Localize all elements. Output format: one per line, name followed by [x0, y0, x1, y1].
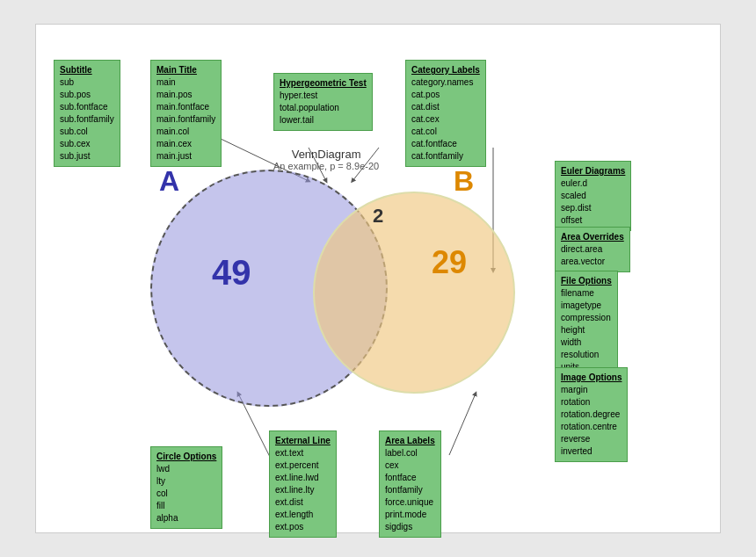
file-options-box-items: filenameimagetypecompressionheightwidthr…: [561, 287, 612, 373]
number-left: 49: [212, 253, 251, 293]
label-a: A: [159, 165, 179, 198]
circle-b: [313, 192, 515, 394]
hypergeometric-box-title: Hypergeometric Test: [280, 77, 367, 90]
external-line-box: External Line ext.textext.percentext.lin…: [269, 430, 337, 538]
image-options-box-items: marginrotationrotation.degreerotation.ce…: [561, 384, 622, 458]
main-title-box-items: mainmain.posmain.fontfacemain.fontfamily…: [156, 76, 215, 163]
circle-options-box-title: Circle Options: [156, 451, 216, 463]
external-line-box-title: External Line: [275, 435, 331, 447]
subtitle-box: Subtitle subsub.possub.fontfacesub.fontf…: [54, 60, 120, 167]
number-right: 29: [432, 244, 467, 281]
main-title-box: Main Title mainmain.posmain.fontfacemain…: [150, 60, 222, 167]
file-options-box-title: File Options: [561, 275, 612, 287]
image-options-box-title: Image Options: [561, 372, 622, 384]
circle-options-box: Circle Options lwdltycolfillalpha: [150, 446, 222, 529]
area-labels-box: Area Labels label.colcexfontfacefontfami…: [379, 430, 441, 538]
area-labels-box-title: Area Labels: [385, 435, 435, 447]
euler-box-title: Euler Diagrams: [561, 165, 625, 177]
external-line-box-items: ext.textext.percentext.line.lwdext.line.…: [275, 447, 331, 533]
label-b: B: [454, 165, 474, 198]
category-labels-box: Category Labels category.namescat.poscat…: [405, 60, 486, 167]
euler-box: Euler Diagrams euler.dscaledsep.distoffs…: [555, 161, 631, 231]
subtitle-box-title: Subtitle: [60, 64, 114, 76]
hypergeometric-box-items: hyper.testtotal.populationlower.tail: [280, 90, 367, 127]
category-labels-box-title: Category Labels: [411, 64, 480, 76]
venn-diagram-area: A B 49 2 29: [142, 156, 511, 420]
number-center: 2: [373, 205, 383, 228]
main-title-box-title: Main Title: [156, 64, 215, 76]
image-options-box: Image Options marginrotationrotation.deg…: [555, 367, 628, 462]
area-overrides-box-items: direct.areaarea.vector: [561, 243, 624, 268]
main-container: Subtitle subsub.possub.fontfacesub.fontf…: [35, 24, 721, 533]
area-labels-box-items: label.colcexfontfacefontfamilyforce.uniq…: [385, 447, 435, 533]
subtitle-box-items: subsub.possub.fontfacesub.fontfamilysub.…: [60, 76, 114, 163]
euler-box-items: euler.dscaledsep.distoffset: [561, 177, 625, 227]
area-overrides-box-title: Area Overrides: [561, 231, 624, 243]
circle-options-box-items: lwdltycolfillalpha: [156, 463, 216, 524]
category-labels-box-items: category.namescat.poscat.distcat.cexcat.…: [411, 76, 480, 163]
area-overrides-box: Area Overrides direct.areaarea.vector: [555, 227, 630, 272]
hypergeometric-box: Hypergeometric Test hyper.testtotal.popu…: [273, 73, 373, 131]
file-options-box: File Options filenameimagetypecompressio…: [555, 271, 618, 378]
